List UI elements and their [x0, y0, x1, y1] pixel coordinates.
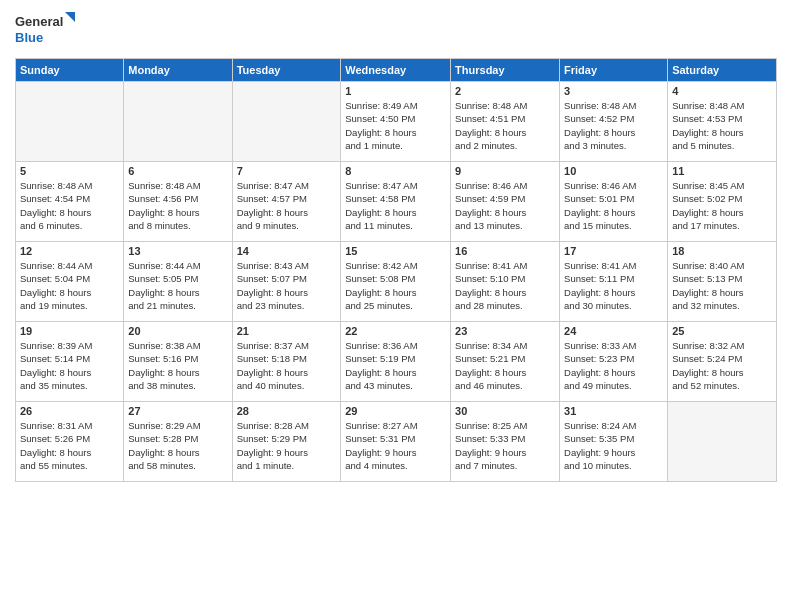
calendar-cell: 18Sunrise: 8:40 AMSunset: 5:13 PMDayligh… [668, 242, 777, 322]
calendar-cell [668, 402, 777, 482]
day-info: Sunrise: 8:41 AMSunset: 5:10 PMDaylight:… [455, 259, 555, 312]
day-number: 16 [455, 245, 555, 257]
day-number: 10 [564, 165, 663, 177]
svg-marker-2 [65, 12, 75, 22]
day-number: 4 [672, 85, 772, 97]
day-number: 7 [237, 165, 337, 177]
calendar-cell: 17Sunrise: 8:41 AMSunset: 5:11 PMDayligh… [560, 242, 668, 322]
day-info: Sunrise: 8:49 AMSunset: 4:50 PMDaylight:… [345, 99, 446, 152]
calendar-cell: 19Sunrise: 8:39 AMSunset: 5:14 PMDayligh… [16, 322, 124, 402]
day-info: Sunrise: 8:25 AMSunset: 5:33 PMDaylight:… [455, 419, 555, 472]
weekday-header-monday: Monday [124, 59, 232, 82]
day-info: Sunrise: 8:34 AMSunset: 5:21 PMDaylight:… [455, 339, 555, 392]
weekday-header-sunday: Sunday [16, 59, 124, 82]
calendar-cell: 29Sunrise: 8:27 AMSunset: 5:31 PMDayligh… [341, 402, 451, 482]
calendar-week-row: 5Sunrise: 8:48 AMSunset: 4:54 PMDaylight… [16, 162, 777, 242]
day-info: Sunrise: 8:44 AMSunset: 5:05 PMDaylight:… [128, 259, 227, 312]
calendar-cell: 6Sunrise: 8:48 AMSunset: 4:56 PMDaylight… [124, 162, 232, 242]
day-info: Sunrise: 8:40 AMSunset: 5:13 PMDaylight:… [672, 259, 772, 312]
day-info: Sunrise: 8:46 AMSunset: 5:01 PMDaylight:… [564, 179, 663, 232]
calendar-cell: 12Sunrise: 8:44 AMSunset: 5:04 PMDayligh… [16, 242, 124, 322]
day-number: 29 [345, 405, 446, 417]
logo: General Blue [15, 10, 75, 50]
calendar-cell [16, 82, 124, 162]
calendar-cell: 23Sunrise: 8:34 AMSunset: 5:21 PMDayligh… [451, 322, 560, 402]
calendar-table: SundayMondayTuesdayWednesdayThursdayFrid… [15, 58, 777, 482]
day-info: Sunrise: 8:32 AMSunset: 5:24 PMDaylight:… [672, 339, 772, 392]
calendar-cell: 20Sunrise: 8:38 AMSunset: 5:16 PMDayligh… [124, 322, 232, 402]
weekday-header-row: SundayMondayTuesdayWednesdayThursdayFrid… [16, 59, 777, 82]
day-info: Sunrise: 8:48 AMSunset: 4:53 PMDaylight:… [672, 99, 772, 152]
day-info: Sunrise: 8:39 AMSunset: 5:14 PMDaylight:… [20, 339, 119, 392]
day-number: 22 [345, 325, 446, 337]
day-info: Sunrise: 8:41 AMSunset: 5:11 PMDaylight:… [564, 259, 663, 312]
calendar-cell: 27Sunrise: 8:29 AMSunset: 5:28 PMDayligh… [124, 402, 232, 482]
day-number: 3 [564, 85, 663, 97]
calendar-cell [232, 82, 341, 162]
day-number: 19 [20, 325, 119, 337]
calendar-cell: 25Sunrise: 8:32 AMSunset: 5:24 PMDayligh… [668, 322, 777, 402]
calendar-cell: 15Sunrise: 8:42 AMSunset: 5:08 PMDayligh… [341, 242, 451, 322]
day-number: 1 [345, 85, 446, 97]
calendar-week-row: 12Sunrise: 8:44 AMSunset: 5:04 PMDayligh… [16, 242, 777, 322]
day-info: Sunrise: 8:29 AMSunset: 5:28 PMDaylight:… [128, 419, 227, 472]
day-info: Sunrise: 8:38 AMSunset: 5:16 PMDaylight:… [128, 339, 227, 392]
day-info: Sunrise: 8:44 AMSunset: 5:04 PMDaylight:… [20, 259, 119, 312]
day-info: Sunrise: 8:43 AMSunset: 5:07 PMDaylight:… [237, 259, 337, 312]
calendar-container: General Blue SundayMondayTuesdayWednesda… [0, 0, 792, 487]
day-number: 25 [672, 325, 772, 337]
day-number: 6 [128, 165, 227, 177]
day-info: Sunrise: 8:42 AMSunset: 5:08 PMDaylight:… [345, 259, 446, 312]
day-info: Sunrise: 8:48 AMSunset: 4:52 PMDaylight:… [564, 99, 663, 152]
calendar-cell: 3Sunrise: 8:48 AMSunset: 4:52 PMDaylight… [560, 82, 668, 162]
day-info: Sunrise: 8:33 AMSunset: 5:23 PMDaylight:… [564, 339, 663, 392]
calendar-cell: 28Sunrise: 8:28 AMSunset: 5:29 PMDayligh… [232, 402, 341, 482]
calendar-cell: 4Sunrise: 8:48 AMSunset: 4:53 PMDaylight… [668, 82, 777, 162]
weekday-header-wednesday: Wednesday [341, 59, 451, 82]
svg-text:General: General [15, 14, 63, 29]
calendar-cell: 26Sunrise: 8:31 AMSunset: 5:26 PMDayligh… [16, 402, 124, 482]
day-number: 31 [564, 405, 663, 417]
day-number: 8 [345, 165, 446, 177]
day-number: 11 [672, 165, 772, 177]
calendar-cell: 11Sunrise: 8:45 AMSunset: 5:02 PMDayligh… [668, 162, 777, 242]
calendar-cell: 30Sunrise: 8:25 AMSunset: 5:33 PMDayligh… [451, 402, 560, 482]
calendar-cell: 7Sunrise: 8:47 AMSunset: 4:57 PMDaylight… [232, 162, 341, 242]
day-number: 27 [128, 405, 227, 417]
day-info: Sunrise: 8:48 AMSunset: 4:56 PMDaylight:… [128, 179, 227, 232]
calendar-cell: 16Sunrise: 8:41 AMSunset: 5:10 PMDayligh… [451, 242, 560, 322]
calendar-cell: 10Sunrise: 8:46 AMSunset: 5:01 PMDayligh… [560, 162, 668, 242]
day-info: Sunrise: 8:46 AMSunset: 4:59 PMDaylight:… [455, 179, 555, 232]
weekday-header-saturday: Saturday [668, 59, 777, 82]
calendar-cell: 13Sunrise: 8:44 AMSunset: 5:05 PMDayligh… [124, 242, 232, 322]
calendar-week-row: 26Sunrise: 8:31 AMSunset: 5:26 PMDayligh… [16, 402, 777, 482]
day-number: 13 [128, 245, 227, 257]
logo-svg: General Blue [15, 10, 75, 50]
day-number: 14 [237, 245, 337, 257]
day-number: 23 [455, 325, 555, 337]
day-info: Sunrise: 8:36 AMSunset: 5:19 PMDaylight:… [345, 339, 446, 392]
weekday-header-friday: Friday [560, 59, 668, 82]
day-info: Sunrise: 8:48 AMSunset: 4:51 PMDaylight:… [455, 99, 555, 152]
day-number: 28 [237, 405, 337, 417]
day-info: Sunrise: 8:31 AMSunset: 5:26 PMDaylight:… [20, 419, 119, 472]
calendar-week-row: 1Sunrise: 8:49 AMSunset: 4:50 PMDaylight… [16, 82, 777, 162]
weekday-header-thursday: Thursday [451, 59, 560, 82]
day-number: 9 [455, 165, 555, 177]
calendar-cell: 22Sunrise: 8:36 AMSunset: 5:19 PMDayligh… [341, 322, 451, 402]
day-info: Sunrise: 8:47 AMSunset: 4:58 PMDaylight:… [345, 179, 446, 232]
calendar-cell: 9Sunrise: 8:46 AMSunset: 4:59 PMDaylight… [451, 162, 560, 242]
day-number: 17 [564, 245, 663, 257]
day-number: 30 [455, 405, 555, 417]
day-number: 2 [455, 85, 555, 97]
day-number: 21 [237, 325, 337, 337]
calendar-cell [124, 82, 232, 162]
svg-text:Blue: Blue [15, 30, 43, 45]
day-info: Sunrise: 8:45 AMSunset: 5:02 PMDaylight:… [672, 179, 772, 232]
calendar-week-row: 19Sunrise: 8:39 AMSunset: 5:14 PMDayligh… [16, 322, 777, 402]
calendar-cell: 14Sunrise: 8:43 AMSunset: 5:07 PMDayligh… [232, 242, 341, 322]
day-number: 24 [564, 325, 663, 337]
day-number: 26 [20, 405, 119, 417]
day-number: 5 [20, 165, 119, 177]
calendar-cell: 24Sunrise: 8:33 AMSunset: 5:23 PMDayligh… [560, 322, 668, 402]
